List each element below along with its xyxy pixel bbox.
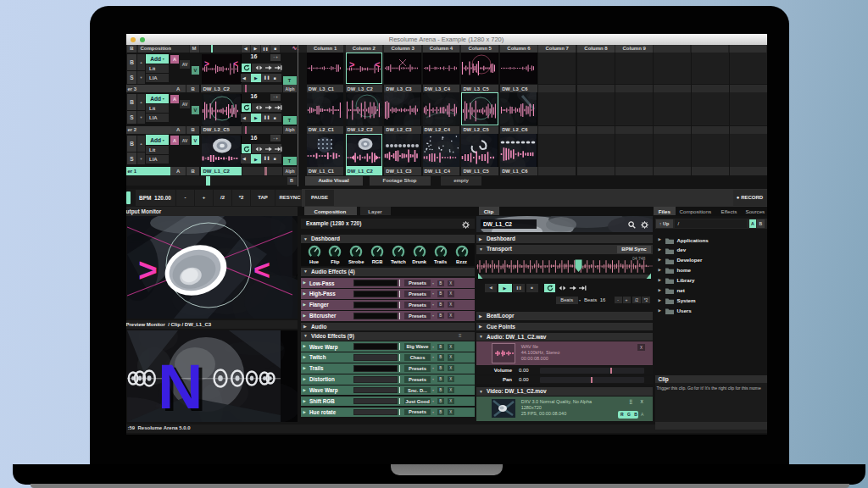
svg-text:>: > (138, 252, 158, 288)
svg-text:<: < (375, 59, 380, 69)
svg-text:<: < (253, 253, 270, 286)
svg-text:<: < (233, 59, 238, 69)
svg-text:N: N (158, 352, 203, 422)
svg-text:>: > (349, 59, 354, 69)
svg-text:>: > (204, 59, 209, 69)
